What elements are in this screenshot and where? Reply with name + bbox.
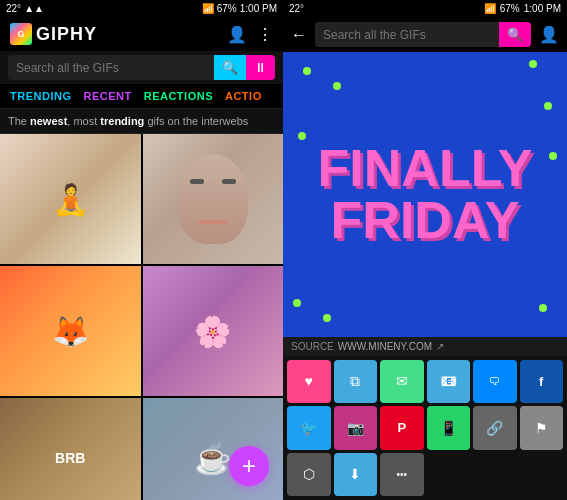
share-instagram-button[interactable]: 📷 [334,406,378,450]
left-panel: 22° ▲▲ 📶 67% 1:00 PM G GIPHY 👤 ⋮ 🔍 ⏸ [0,0,283,500]
share-messenger-button[interactable]: 🗨 [473,360,517,404]
giphy-logo-icon: G [10,23,32,45]
tab-reactions[interactable]: REACTIONS [138,84,219,108]
share-whatsapp-button[interactable]: 📱 [427,406,471,450]
share-copy-button[interactable]: ⧉ [334,360,378,404]
left-wifi-icon: 📶 [202,3,214,14]
share-sms-button[interactable]: ✉ [380,360,424,404]
trending-banner: The newest, most trending gifs on the in… [0,109,283,134]
left-status-info: 22° ▲▲ [6,3,44,14]
share-pinterest-button[interactable]: P [380,406,424,450]
gif-grid: 🧘 🦊 🌸 BRB ☕ + [0,134,283,500]
back-button[interactable]: ← [291,26,307,44]
gif-title: Finally Friday [308,132,543,256]
tab-actions[interactable]: ACTIO [219,84,268,108]
right-panel: 22° 📶 67% 1:00 PM ← 🔍 👤 Finally [283,0,567,500]
menu-icon[interactable]: ⋮ [257,25,273,44]
right-search-button[interactable]: 🔍 [499,22,531,47]
top-bar-icons: 👤 ⋮ [227,25,273,44]
giphy-logo-text: GIPHY [36,24,97,45]
source-bar: SOURCE WWW.MINENY.COM ↗ [283,337,567,356]
share-grid: ♥ ⧉ ✉ 📧 🗨 f 🐦 📷 P 📱 🔗 ⚑ ⬡ ⬇ ••• [283,356,567,501]
gif-cell-face[interactable] [143,134,284,264]
share-twitter-button[interactable]: 🐦 [287,406,331,450]
gif-title-line1: Finally [318,142,533,194]
share-facebook-button[interactable]: f [520,360,564,404]
left-signal: ▲▲ [24,3,44,14]
share-share-button[interactable]: ⬡ [287,453,331,497]
right-battery: 67% [500,3,520,14]
right-search-wrap: 🔍 [315,22,531,47]
gif-cell-flowers[interactable]: 🌸 [143,266,284,396]
right-top-bar: ← 🔍 👤 [283,17,567,52]
left-temp: 22° [6,3,21,14]
right-time: 1:00 PM [524,3,561,14]
left-battery: 67% [217,3,237,14]
left-search-button[interactable]: 🔍 [214,55,246,80]
gif-cell-fox[interactable]: 🦊 [0,266,141,396]
gif-cell-coffee[interactable]: ☕ [143,398,284,500]
left-top-bar: G GIPHY 👤 ⋮ [0,17,283,51]
tab-recent[interactable]: RECENT [77,84,137,108]
right-avatar-icon[interactable]: 👤 [539,25,559,44]
left-pause-button[interactable]: ⏸ [246,55,275,80]
share-more-button[interactable]: ••• [380,453,424,497]
tab-trending[interactable]: TRENDING [4,84,77,108]
share-flag-button[interactable]: ⚑ [520,406,564,450]
left-search-bar: 🔍 ⏸ [0,51,283,84]
external-link-icon: ↗ [436,341,444,352]
right-status-right: 📶 67% 1:00 PM [484,3,561,14]
gif-cell-brb[interactable]: BRB [0,398,141,500]
gif-display: Finally Friday [283,52,567,337]
profile-icon[interactable]: 👤 [227,25,247,44]
left-nav-tabs: TRENDING RECENT REACTIONS ACTIO [0,84,283,109]
left-status-bar: 22° ▲▲ 📶 67% 1:00 PM [0,0,283,17]
share-email-button[interactable]: 📧 [427,360,471,404]
source-label: SOURCE [291,341,334,352]
fab-button[interactable]: + [229,446,269,486]
share-download-button[interactable]: ⬇ [334,453,378,497]
left-time: 1:00 PM [240,3,277,14]
gif-cell-girl[interactable]: 🧘 [0,134,141,264]
giphy-logo: G GIPHY [10,23,97,45]
right-status-info: 📶 67% 1:00 PM [202,3,277,14]
right-search-input[interactable] [315,23,499,47]
left-search-wrap: 🔍 ⏸ [8,55,275,80]
right-temp: 22° [289,3,304,14]
gif-title-line2: Friday [318,194,533,246]
right-wifi-icon: 📶 [484,3,496,14]
left-search-input[interactable] [8,56,214,80]
right-status-bar: 22° 📶 67% 1:00 PM [283,0,567,17]
source-url[interactable]: WWW.MINENY.COM [338,341,432,352]
share-link-button[interactable]: 🔗 [473,406,517,450]
share-heart-button[interactable]: ♥ [287,360,331,404]
